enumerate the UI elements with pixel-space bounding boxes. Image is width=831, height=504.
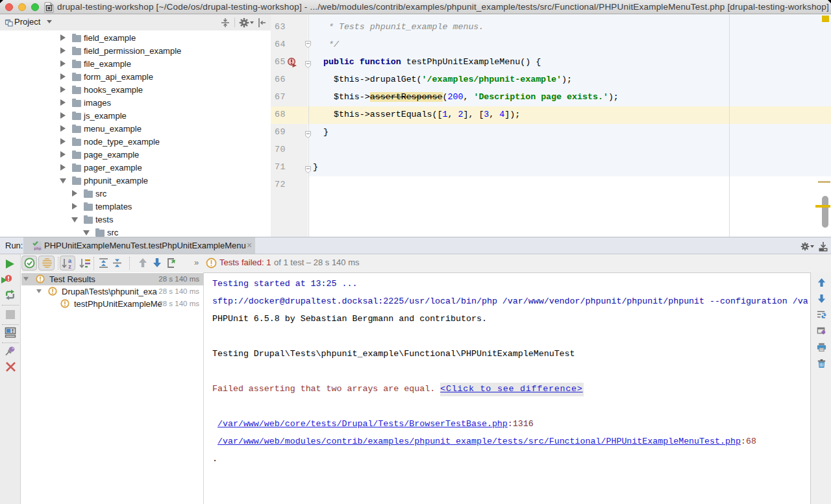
svg-text:php: php [34,246,42,251]
svg-text:z: z [68,263,71,269]
